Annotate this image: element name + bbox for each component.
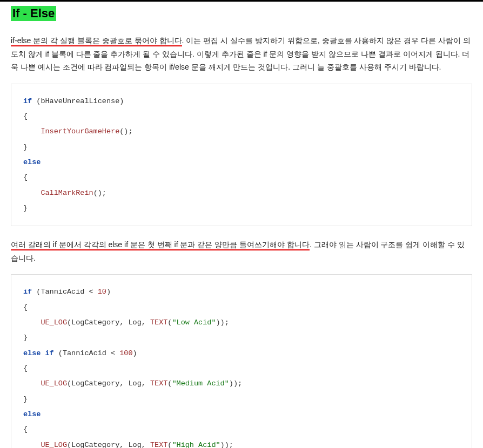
code-block-1: if (bHaveUnrealLicense) { InsertYourGame…	[11, 84, 472, 227]
code-block-2: if (TannicAcid < 10) { UE_LOG(LogCategor…	[11, 274, 472, 448]
document-content: If - Else if-else 문의 각 실행 블록은 중괄호로 묶어야 합…	[0, 2, 483, 448]
paragraph-1-highlight: if-else 문의 각 실행 블록은 중괄호로 묶어야 합니다	[11, 36, 182, 46]
section-heading: If - Else	[11, 6, 56, 21]
paragraph-2: 여러 갈래의 if 문에서 각각의 else if 문은 첫 번째 if 문과 …	[11, 238, 472, 264]
paragraph-1: if-else 문의 각 실행 블록은 중괄호로 묶어야 합니다. 이는 편집 …	[11, 34, 472, 74]
paragraph-2-highlight: 여러 갈래의 if 문에서 각각의 else if 문은 첫 번째 if 문과 …	[11, 240, 310, 250]
